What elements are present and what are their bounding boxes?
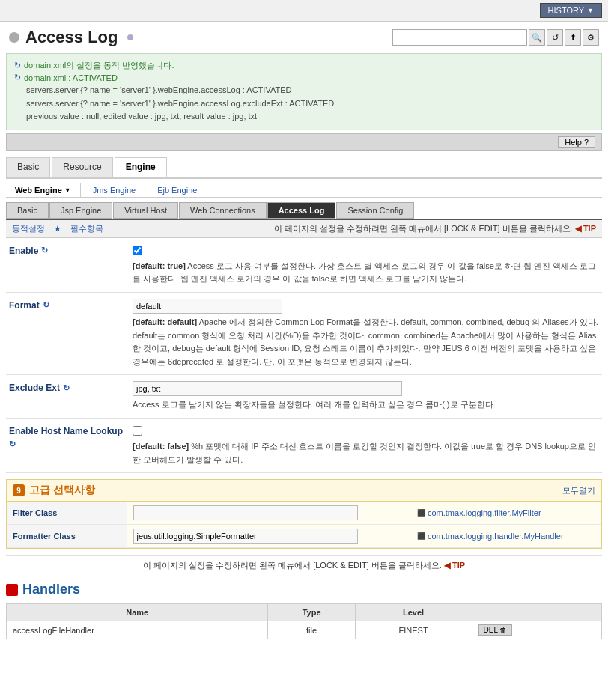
help-button[interactable]: Help ? — [558, 136, 595, 148]
dropdown-arrow-icon: ▼ — [64, 186, 71, 194]
help-bar: Help ? — [6, 133, 602, 151]
notif-detail-1: servers.server.{? name = 'server1' }.web… — [26, 84, 594, 97]
page-tab-accesslog[interactable]: Access Log — [267, 202, 336, 219]
page-tabs: Basic Jsp Engine Virtual Host Web Connec… — [6, 202, 602, 220]
col-name: Name — [7, 604, 268, 621]
engine-tab-ejb[interactable]: Ejb Engine — [148, 183, 206, 197]
handlers-red-box-icon — [6, 584, 18, 596]
advanced-header: 9 고급 선택사항 모두열기 — [7, 480, 601, 502]
formatter-class-cell — [127, 525, 411, 548]
advanced-number-icon: 9 — [13, 484, 25, 496]
handlers-section: Handlers Name Type Level accessLogFileHa… — [6, 582, 602, 639]
exclude-desc: Access 로그를 남기지 않는 확장자들을 설정한다. 여러 개를 입력하고… — [133, 398, 599, 412]
page-header: Access Log 🔍 ↺ ⬆ ⚙ — [0, 22, 608, 50]
hostname-lookup-checkbox[interactable] — [133, 426, 142, 436]
notif-line-2: ↻ domain.xml : ACTIVATED — [14, 73, 594, 82]
save-info: 이 페이지의 설정을 수정하려면 왼쪽 메뉴에서 [LOCK & EDIT] 버… — [6, 555, 602, 576]
enable-desc: [default: true] Access 로그 사용 여부를 설정한다. 가… — [133, 260, 599, 286]
advanced-row-filter: Filter Class com.tmax.logging.filter.MyF… — [7, 502, 601, 525]
handlers-header-row: Name Type Level — [7, 604, 602, 621]
row-name: accessLogFileHandler — [7, 621, 268, 639]
row-action: DEL 🗑 — [472, 621, 601, 639]
row-level: FINEST — [355, 621, 472, 639]
enable-checkbox[interactable] — [133, 246, 142, 255]
row-type: file — [268, 621, 355, 639]
formatter-class-link-cell: com.tmax.logging.handler.MyHandler — [411, 525, 601, 548]
form-content-enable: [default: true] Access 로그 사용 여부를 설정한다. 가… — [133, 244, 599, 286]
exclude-ext-input[interactable] — [133, 381, 402, 396]
settings-left: 동적설정 ★ 필수항목 — [12, 223, 103, 234]
filter-class-link[interactable]: com.tmax.logging.filter.MyFilter — [417, 508, 595, 517]
search-button[interactable]: 🔍 — [529, 29, 545, 46]
col-type: Type — [268, 604, 355, 621]
advanced-row-formatter: Formatter Class com.tmax.logging.handler… — [7, 525, 601, 548]
engine-tab-web[interactable]: Web Engine ▼ — [6, 183, 81, 197]
engine-tab-jms[interactable]: Jms Engine — [84, 183, 145, 197]
page-tab-vhost[interactable]: Virtual Host — [113, 202, 178, 219]
form-label-enable: Enable ↻ — [9, 244, 133, 256]
history-button[interactable]: HISTORY — [540, 3, 602, 18]
required-label: 필수항목 — [70, 223, 103, 234]
sync-icon-exclude: ↻ — [63, 383, 70, 393]
advanced-section: 9 고급 선택사항 모두열기 Filter Class com.tmax.log… — [6, 479, 602, 549]
col-action — [472, 604, 601, 621]
page-tab-session[interactable]: Session Config — [336, 202, 414, 219]
notification-area: ↻ domain.xml의 설정을 동적 반영했습니다. ↻ domain.xm… — [6, 53, 602, 130]
form-row-enable: Enable ↻ [default: true] Access 로그 사용 여부… — [6, 238, 602, 293]
notif-detail-3: previous value : null, edited value : jp… — [26, 110, 594, 124]
save-tip-label: ◀ TIP — [444, 561, 465, 570]
col-level: Level — [355, 604, 472, 621]
form-content-hostname: [default: false] %h 포맷에 대해 IP 주소 대신 호스트 … — [133, 424, 599, 466]
sync-icon-hostname: ↻ — [9, 439, 16, 449]
settings-right: 이 페이지의 설정을 수정하려면 왼쪽 메뉴에서 [LOCK & EDIT] 버… — [274, 223, 596, 234]
top-bar: HISTORY — [0, 0, 608, 22]
formatter-class-link[interactable]: com.tmax.logging.handler.MyHandler — [417, 532, 595, 541]
notif-detail-2: servers.server.{? name = 'server1' }.web… — [26, 97, 594, 111]
export-button[interactable]: ⬆ — [565, 29, 581, 46]
open-all-button[interactable]: 모두열기 — [562, 485, 595, 496]
form-label-hostname: Enable Host Name Lookup ↻ — [9, 424, 133, 449]
handlers-table: Name Type Level accessLogFileHandler fil… — [6, 603, 602, 639]
advanced-title-label: 고급 선택사항 — [29, 484, 95, 497]
search-bar: 🔍 ↺ ⬆ ⚙ — [392, 29, 599, 46]
advanced-title: 9 고급 선택사항 — [13, 484, 95, 497]
engine-tabs: Web Engine ▼ Jms Engine Ejb Engine — [6, 179, 602, 198]
tip-label: ◀ TIP — [575, 224, 596, 233]
settings-button[interactable]: ⚙ — [583, 29, 599, 46]
form-row-format: Format ↻ [default: default] Apache 에서 정의… — [6, 293, 602, 375]
hostname-desc: [default: false] %h 포맷에 대해 IP 주소 대신 호스트 … — [133, 440, 599, 466]
del-icon: 🗑 — [499, 626, 507, 634]
handlers-title: Handlers — [6, 582, 602, 597]
page-tab-jsp[interactable]: Jsp Engine — [49, 202, 112, 219]
search-input[interactable] — [392, 29, 527, 46]
filter-class-cell — [127, 502, 411, 525]
page-tab-basic[interactable]: Basic — [6, 202, 49, 219]
sync-icon-format: ↻ — [43, 300, 49, 310]
required-icon: ★ — [54, 224, 61, 234]
form-label-exclude: Exclude Ext ↻ — [9, 381, 133, 393]
tab-basic[interactable]: Basic — [6, 157, 50, 177]
formatter-class-label: Formatter Class — [7, 525, 127, 548]
dynamic-setting[interactable]: 동적설정 — [12, 223, 45, 234]
del-button[interactable]: DEL 🗑 — [478, 624, 512, 636]
format-input[interactable] — [133, 299, 282, 314]
filter-class-link-cell: com.tmax.logging.filter.MyFilter — [411, 502, 601, 525]
page-tab-webconn[interactable]: Web Connections — [179, 202, 267, 219]
form-row-exclude: Exclude Ext ↻ Access 로그를 남기지 않는 확장자들을 설정… — [6, 375, 602, 419]
settings-header: 동적설정 ★ 필수항목 이 페이지의 설정을 수정하려면 왼쪽 메뉴에서 [LO… — [6, 220, 602, 238]
filter-class-input[interactable] — [133, 505, 358, 520]
formatter-class-input[interactable] — [133, 529, 358, 544]
advanced-table: Filter Class com.tmax.logging.filter.MyF… — [7, 502, 601, 548]
page-title-icon — [9, 32, 19, 43]
tab-resource[interactable]: Resource — [52, 157, 112, 177]
filter-class-label: Filter Class — [7, 502, 127, 525]
page-title: Access Log — [9, 28, 133, 47]
notif-line-1: ↻ domain.xml의 설정을 동적 반영했습니다. — [14, 60, 594, 71]
refresh-button[interactable]: ↺ — [547, 29, 563, 46]
tab-engine[interactable]: Engine — [115, 157, 167, 177]
form-label-format: Format ↻ — [9, 299, 133, 311]
help-icon: ? — [584, 138, 589, 147]
form-content-exclude: Access 로그를 남기지 않는 확장자들을 설정한다. 여러 개를 입력하고… — [133, 381, 599, 412]
sync-icon-enable: ↻ — [41, 246, 48, 255]
main-tabs: Basic Resource Engine — [6, 157, 602, 179]
